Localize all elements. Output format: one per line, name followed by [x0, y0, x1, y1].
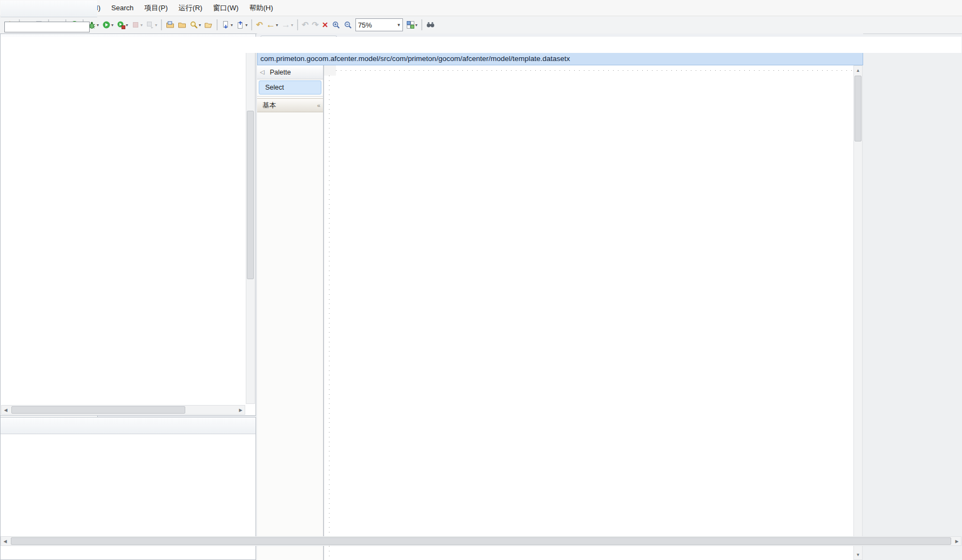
zoom-out-button[interactable]: [342, 18, 353, 31]
zoom-in-button[interactable]: [331, 18, 341, 31]
menu-bar: 文件(F)编辑(E)导航(N)Search项目(P)运行(R)窗口(W)帮助(H…: [0, 0, 962, 16]
scroll-left-icon[interactable]: ◀: [2, 406, 10, 414]
last-edit-button[interactable]: ↶: [255, 18, 264, 31]
prev-annotation-icon: [236, 21, 245, 29]
chevron-down-icon[interactable]: ▾: [126, 23, 128, 28]
forward-icon: →: [281, 21, 291, 29]
binoculars-icon: [426, 21, 435, 29]
layout-mode-button[interactable]: ▾: [405, 18, 419, 31]
toolbar-separator: [161, 19, 162, 30]
zoom-out-icon: [344, 21, 352, 29]
relationship-wires: [336, 76, 853, 560]
horizontal-ruler: [336, 65, 853, 76]
open-resource-button[interactable]: [165, 18, 176, 31]
run-coverage-icon: [117, 21, 125, 29]
menu-窗口W[interactable]: 窗口(W): [208, 0, 244, 16]
resource-explorer-panel: ◀ ▶: [0, 33, 256, 416]
zoom-in-icon: [332, 21, 340, 29]
explorer-vscroll-thumb[interactable]: [247, 111, 254, 279]
right-panel-header: [1, 1, 97, 17]
right-panel-tree: [1, 37, 961, 53]
folder-open-button[interactable]: [203, 18, 214, 31]
chevron-down-icon[interactable]: ▾: [276, 23, 278, 28]
toolbar-separator: [217, 19, 218, 30]
chevron-down-icon[interactable]: ▾: [291, 23, 293, 28]
right-hscroll-thumb[interactable]: [11, 537, 951, 545]
chevron-down-icon[interactable]: ▾: [231, 23, 233, 28]
scroll-down-icon[interactable]: ▼: [854, 551, 862, 559]
run-last-button[interactable]: ▾: [145, 18, 158, 31]
back-button[interactable]: ←▾: [265, 18, 279, 31]
scroll-right-icon[interactable]: ▶: [953, 537, 961, 545]
toolbar-separator: [421, 19, 422, 30]
canvas-vscroll-thumb[interactable]: [855, 76, 862, 141]
prev-annotation-button[interactable]: ▾: [235, 18, 248, 31]
chevron-down-icon[interactable]: ▾: [140, 23, 143, 28]
canvas-vscrollbar[interactable]: ▲ ▼: [853, 65, 863, 560]
ide-window: 文件(F)编辑(E)导航(N)Search项目(P)运行(R)窗口(W)帮助(H…: [0, 0, 962, 560]
back-icon: ←: [266, 21, 275, 29]
run-last-icon: [146, 21, 154, 29]
folder-button[interactable]: [177, 18, 187, 31]
menu-运行R[interactable]: 运行(R): [173, 0, 208, 16]
stop-icon: [131, 21, 140, 29]
toolbar-separator: [297, 19, 298, 30]
search-torch-button[interactable]: ▾: [189, 18, 202, 31]
binoculars-button[interactable]: [425, 18, 436, 31]
explorer-hscrollbar[interactable]: ◀ ▶: [1, 405, 245, 415]
ruler-corner: [324, 65, 337, 76]
palette-header[interactable]: ◁ Palette: [257, 65, 323, 79]
scroll-left-icon[interactable]: ◀: [1, 537, 9, 545]
datasource-explorer-header: [1, 417, 255, 434]
datasource-toolbar: [1, 434, 255, 449]
vertical-ruler: [324, 76, 337, 560]
run-icon: [102, 21, 111, 29]
undo-button[interactable]: ↶: [301, 18, 310, 31]
search-input[interactable]: [4, 22, 90, 32]
zoom-level-value: 75%: [358, 21, 372, 29]
last-edit-icon: ↶: [256, 21, 263, 29]
palette-panel: ◁ Palette Select 基本 «: [257, 65, 324, 560]
chevron-down-icon[interactable]: ▾: [155, 23, 157, 28]
open-resource-icon: [166, 21, 174, 29]
redo-button[interactable]: ↷: [311, 18, 320, 31]
zoom-level-combo[interactable]: 75%▾: [355, 18, 403, 31]
main-toolbar: ▾▾▾▾▾▾▾▾▾↶←▾→▾↶↷✕75%▾▾: [0, 16, 962, 34]
forward-button[interactable]: →▾: [280, 18, 294, 31]
right-panel-hscrollbar[interactable]: ◀ ▶: [1, 536, 961, 546]
folder-open-icon: [204, 21, 213, 29]
chevron-down-icon[interactable]: ▾: [111, 23, 113, 28]
menu-项目P[interactable]: 项目(P): [139, 0, 173, 16]
search-torch-icon: [190, 21, 198, 29]
next-annotation-icon: [221, 21, 230, 29]
breadcrumb: com.primeton.gocom.afcenter.model/src/co…: [257, 52, 863, 65]
chevron-down-icon[interactable]: ▾: [415, 23, 418, 28]
chevron-down-icon[interactable]: ▾: [97, 23, 99, 28]
drawer-pin-icon[interactable]: «: [317, 102, 320, 109]
resource-explorer-tree: [1, 51, 244, 404]
folder-icon: [178, 21, 186, 29]
palette-title: Palette: [270, 69, 291, 76]
chevron-down-icon[interactable]: ▾: [199, 23, 201, 28]
explorer-hscroll-thumb[interactable]: [11, 406, 185, 414]
diagram-canvas[interactable]: [336, 76, 853, 560]
delete-red-icon: ✕: [322, 21, 328, 29]
undo-icon: ↶: [302, 21, 309, 29]
explorer-vscrollbar[interactable]: [246, 51, 255, 404]
menu-Search[interactable]: Search: [106, 0, 139, 16]
menu-帮助H[interactable]: 帮助(H): [244, 0, 279, 16]
toolbar-separator: [251, 19, 252, 30]
scroll-right-icon[interactable]: ▶: [237, 406, 245, 414]
collapse-palette-icon[interactable]: ◁: [260, 69, 264, 76]
run-button[interactable]: ▾: [101, 18, 115, 31]
palette-select-tool[interactable]: Select: [259, 80, 321, 95]
chevron-down-icon: ▾: [398, 22, 400, 28]
stop-button[interactable]: ▾: [130, 18, 144, 31]
palette-drawer-basic[interactable]: 基本 «: [257, 98, 323, 112]
delete-red-button[interactable]: ✕: [321, 18, 329, 31]
scroll-up-icon[interactable]: ▲: [854, 66, 862, 75]
chevron-down-icon[interactable]: ▾: [245, 23, 247, 28]
layout-mode-icon: [406, 21, 415, 29]
run-coverage-button[interactable]: ▾: [116, 18, 129, 31]
next-annotation-button[interactable]: ▾: [220, 18, 234, 31]
